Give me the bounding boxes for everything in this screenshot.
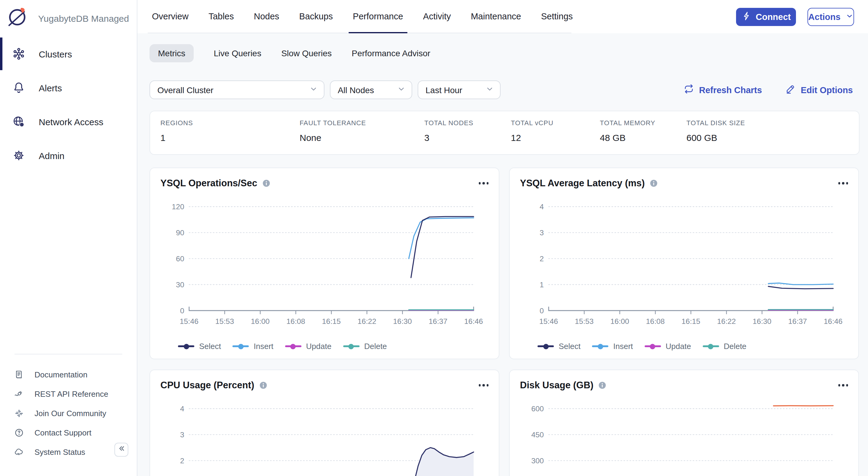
tab-backups[interactable]: Backups — [295, 0, 337, 33]
tab-label: Maintenance — [471, 11, 521, 21]
pencil-icon — [785, 83, 796, 96]
chart-card-ysql-latency: YSQL Average Latency (ms) 0123415:4615:5… — [509, 168, 859, 359]
stat-label: TOTAL MEMORY — [600, 119, 686, 127]
gear-icon — [11, 148, 26, 163]
info-icon[interactable] — [650, 179, 658, 188]
performance-subtabs: MetricsLive QueriesSlow QueriesPerforman… — [150, 44, 860, 62]
sidebar-link-label: System Status — [34, 447, 85, 456]
sidebar-link-label: REST API Reference — [34, 389, 108, 398]
chevron-down-icon — [845, 12, 853, 22]
legend-label: Select — [559, 342, 581, 351]
tab-performance[interactable]: Performance — [349, 0, 407, 33]
subtab-live-queries[interactable]: Live Queries — [214, 44, 261, 62]
filters-row: Overall Cluster All Nodes Last Hour — [150, 80, 860, 99]
sidebar-link-label: Documentation — [34, 370, 88, 379]
edit-options-button[interactable]: Edit Options — [785, 83, 853, 96]
stat-total-nodes: TOTAL NODES3 — [424, 119, 511, 154]
subtab-metrics[interactable]: Metrics — [150, 44, 194, 62]
more-options-icon[interactable] — [477, 382, 490, 389]
connect-button[interactable]: Connect — [736, 8, 796, 26]
legend-item-select[interactable]: Select — [178, 342, 221, 351]
info-icon[interactable] — [262, 179, 271, 188]
stat-total-disk-size: TOTAL DISK SIZE600 GB — [686, 119, 795, 154]
tab-overview[interactable]: Overview — [148, 0, 193, 33]
stat-label: FAULT TOLERANCE — [300, 119, 424, 127]
info-icon[interactable] — [598, 381, 607, 389]
tab-label: Nodes — [254, 11, 279, 21]
actions-button[interactable]: Actions — [807, 8, 854, 26]
svg-text:16:08: 16:08 — [646, 317, 664, 326]
legend-label: Delete — [724, 342, 746, 351]
sidebar-item-admin[interactable]: Admin — [0, 138, 137, 172]
svg-text:16:37: 16:37 — [429, 317, 447, 326]
sidebar-item-clusters[interactable]: Clusters — [0, 37, 137, 71]
sidebar-link-label: Join Our Community — [34, 409, 106, 418]
sidebar-item-label: Clusters — [39, 49, 72, 59]
svg-text:3: 3 — [180, 431, 184, 439]
topnav-tabs: OverviewTablesNodesBackupsPerformanceAct… — [148, 0, 571, 33]
legend-item-insert[interactable]: Insert — [232, 342, 273, 351]
svg-text:16:08: 16:08 — [286, 317, 305, 326]
tab-settings[interactable]: Settings — [537, 0, 577, 33]
chart-title: Disk Usage (GB) — [520, 380, 593, 391]
tab-nodes[interactable]: Nodes — [250, 0, 284, 33]
legend-item-select[interactable]: Select — [537, 342, 581, 351]
chart-header: YSQL Operations/Sec — [160, 178, 490, 189]
legend-label: Update — [306, 342, 332, 351]
svg-text:15:53: 15:53 — [575, 317, 593, 326]
info-icon[interactable] — [259, 381, 268, 389]
svg-text:16:30: 16:30 — [753, 317, 771, 326]
more-options-icon[interactable] — [837, 382, 849, 389]
subtab-slow-queries[interactable]: Slow Queries — [281, 44, 332, 62]
sidebar-link-contact-support[interactable]: Contact Support — [0, 423, 137, 442]
stat-value: 3 — [424, 132, 511, 143]
svg-text:4: 4 — [180, 405, 184, 413]
svg-text:16:22: 16:22 — [358, 317, 376, 326]
sidebar-collapse-button[interactable] — [115, 443, 128, 457]
svg-text:300: 300 — [531, 457, 544, 465]
chevron-down-icon — [486, 84, 494, 95]
chevron-down-icon — [309, 84, 318, 95]
sidebar-item-label: Network Access — [39, 116, 103, 127]
tab-activity[interactable]: Activity — [419, 0, 455, 33]
sidebar-item-network-access[interactable]: Network Access — [0, 105, 137, 138]
sidebar-link-join-our-community[interactable]: Join Our Community — [0, 403, 137, 423]
double-chevron-left-icon — [117, 444, 126, 455]
svg-text:3: 3 — [539, 229, 544, 237]
legend-item-delete[interactable]: Delete — [703, 342, 746, 351]
more-options-icon[interactable] — [837, 180, 849, 187]
cloud-status-icon — [13, 446, 25, 457]
cluster-select[interactable]: Overall Cluster — [150, 80, 324, 99]
legend-item-update[interactable]: Update — [644, 342, 691, 351]
legend-item-delete[interactable]: Delete — [343, 342, 387, 351]
chart-actions: Refresh Charts Edit Options — [683, 80, 853, 99]
legend-item-update[interactable]: Update — [285, 342, 332, 351]
brand: YugabyteDB Managed — [0, 0, 137, 36]
sidebar-item-alerts[interactable]: Alerts — [0, 71, 137, 105]
more-options-icon[interactable] — [477, 180, 490, 187]
time-range-select[interactable]: Last Hour — [417, 80, 501, 99]
app-window: YugabyteDB Managed ClustersAlertsNetwork… — [0, 0, 868, 476]
refresh-charts-button[interactable]: Refresh Charts — [683, 83, 762, 96]
charts-grid: YSQL Operations/Sec 030609012015:4615:53… — [150, 168, 860, 476]
plug-icon — [13, 388, 25, 400]
stat-label: TOTAL NODES — [424, 119, 511, 127]
chart-plot: 030609012015:4615:5316:0016:0816:1516:22… — [150, 168, 499, 359]
stat-value: None — [300, 132, 424, 143]
sidebar-link-documentation[interactable]: Documentation — [0, 365, 137, 384]
sidebar: YugabyteDB Managed ClustersAlertsNetwork… — [0, 0, 137, 476]
legend-marker — [703, 345, 719, 347]
subtab-performance-advisor[interactable]: Performance Advisor — [352, 44, 430, 62]
chart-title: CPU Usage (Percent) — [160, 380, 254, 391]
nodes-select[interactable]: All Nodes — [330, 80, 412, 99]
sidebar-link-rest-api-reference[interactable]: REST API Reference — [0, 384, 137, 403]
stat-total-vcpu: TOTAL vCPU12 — [511, 119, 600, 154]
chart-title: YSQL Operations/Sec — [160, 178, 257, 189]
tab-maintenance[interactable]: Maintenance — [467, 0, 525, 33]
legend-item-insert[interactable]: Insert — [592, 342, 633, 351]
sidebar-item-label: Alerts — [39, 82, 62, 93]
help-icon — [13, 427, 25, 438]
svg-text:2: 2 — [539, 254, 544, 263]
svg-text:600: 600 — [531, 405, 544, 413]
tab-tables[interactable]: Tables — [204, 0, 238, 33]
